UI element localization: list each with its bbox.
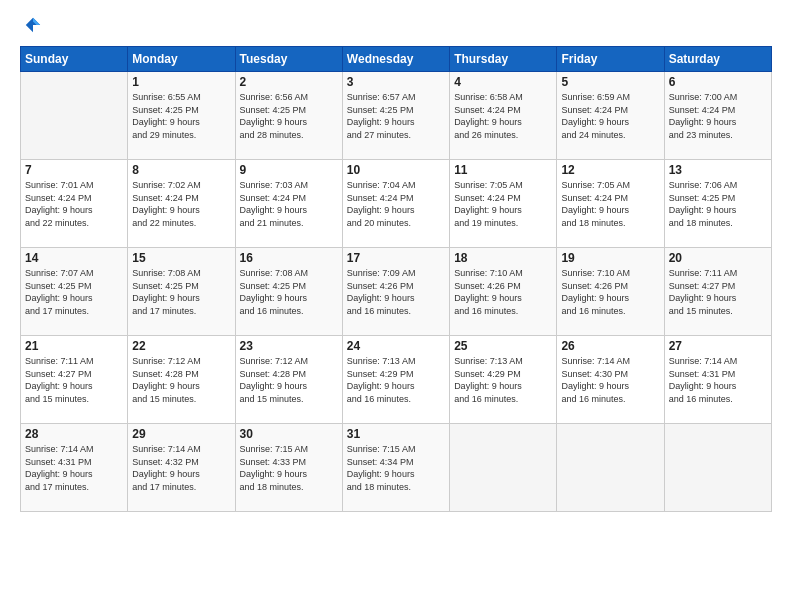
- cell-content: Sunrise: 6:59 AM Sunset: 4:24 PM Dayligh…: [561, 91, 659, 141]
- cell-content: Sunrise: 6:55 AM Sunset: 4:25 PM Dayligh…: [132, 91, 230, 141]
- calendar-cell: 17Sunrise: 7:09 AM Sunset: 4:26 PM Dayli…: [342, 248, 449, 336]
- day-number: 26: [561, 339, 659, 353]
- cell-content: Sunrise: 7:02 AM Sunset: 4:24 PM Dayligh…: [132, 179, 230, 229]
- calendar-cell: 16Sunrise: 7:08 AM Sunset: 4:25 PM Dayli…: [235, 248, 342, 336]
- calendar-cell: 9Sunrise: 7:03 AM Sunset: 4:24 PM Daylig…: [235, 160, 342, 248]
- day-number: 11: [454, 163, 552, 177]
- days-header-row: SundayMondayTuesdayWednesdayThursdayFrid…: [21, 47, 772, 72]
- calendar-cell: 11Sunrise: 7:05 AM Sunset: 4:24 PM Dayli…: [450, 160, 557, 248]
- calendar-cell: 7Sunrise: 7:01 AM Sunset: 4:24 PM Daylig…: [21, 160, 128, 248]
- logo: [20, 16, 42, 34]
- cell-content: Sunrise: 7:08 AM Sunset: 4:25 PM Dayligh…: [240, 267, 338, 317]
- day-number: 3: [347, 75, 445, 89]
- cell-content: Sunrise: 7:10 AM Sunset: 4:26 PM Dayligh…: [561, 267, 659, 317]
- cell-content: Sunrise: 7:15 AM Sunset: 4:34 PM Dayligh…: [347, 443, 445, 493]
- day-number: 24: [347, 339, 445, 353]
- calendar-cell: 8Sunrise: 7:02 AM Sunset: 4:24 PM Daylig…: [128, 160, 235, 248]
- day-header-monday: Monday: [128, 47, 235, 72]
- day-number: 16: [240, 251, 338, 265]
- cell-content: Sunrise: 7:08 AM Sunset: 4:25 PM Dayligh…: [132, 267, 230, 317]
- calendar-cell: 24Sunrise: 7:13 AM Sunset: 4:29 PM Dayli…: [342, 336, 449, 424]
- cell-content: Sunrise: 7:14 AM Sunset: 4:32 PM Dayligh…: [132, 443, 230, 493]
- calendar-cell: [557, 424, 664, 512]
- day-number: 7: [25, 163, 123, 177]
- day-number: 27: [669, 339, 767, 353]
- day-number: 20: [669, 251, 767, 265]
- calendar-cell: [21, 72, 128, 160]
- day-header-thursday: Thursday: [450, 47, 557, 72]
- cell-content: Sunrise: 6:57 AM Sunset: 4:25 PM Dayligh…: [347, 91, 445, 141]
- day-number: 25: [454, 339, 552, 353]
- calendar-cell: [450, 424, 557, 512]
- calendar-cell: [664, 424, 771, 512]
- calendar-cell: 27Sunrise: 7:14 AM Sunset: 4:31 PM Dayli…: [664, 336, 771, 424]
- calendar-cell: 28Sunrise: 7:14 AM Sunset: 4:31 PM Dayli…: [21, 424, 128, 512]
- calendar-cell: 26Sunrise: 7:14 AM Sunset: 4:30 PM Dayli…: [557, 336, 664, 424]
- day-number: 5: [561, 75, 659, 89]
- calendar-cell: 14Sunrise: 7:07 AM Sunset: 4:25 PM Dayli…: [21, 248, 128, 336]
- cell-content: Sunrise: 7:14 AM Sunset: 4:31 PM Dayligh…: [25, 443, 123, 493]
- day-number: 19: [561, 251, 659, 265]
- calendar-cell: 31Sunrise: 7:15 AM Sunset: 4:34 PM Dayli…: [342, 424, 449, 512]
- day-number: 2: [240, 75, 338, 89]
- calendar-week-row: 1Sunrise: 6:55 AM Sunset: 4:25 PM Daylig…: [21, 72, 772, 160]
- day-number: 30: [240, 427, 338, 441]
- cell-content: Sunrise: 7:03 AM Sunset: 4:24 PM Dayligh…: [240, 179, 338, 229]
- cell-content: Sunrise: 7:14 AM Sunset: 4:30 PM Dayligh…: [561, 355, 659, 405]
- cell-content: Sunrise: 7:11 AM Sunset: 4:27 PM Dayligh…: [25, 355, 123, 405]
- calendar-table: SundayMondayTuesdayWednesdayThursdayFrid…: [20, 46, 772, 512]
- cell-content: Sunrise: 7:05 AM Sunset: 4:24 PM Dayligh…: [561, 179, 659, 229]
- cell-content: Sunrise: 6:58 AM Sunset: 4:24 PM Dayligh…: [454, 91, 552, 141]
- calendar-cell: 18Sunrise: 7:10 AM Sunset: 4:26 PM Dayli…: [450, 248, 557, 336]
- calendar-cell: 12Sunrise: 7:05 AM Sunset: 4:24 PM Dayli…: [557, 160, 664, 248]
- calendar-cell: 22Sunrise: 7:12 AM Sunset: 4:28 PM Dayli…: [128, 336, 235, 424]
- day-number: 29: [132, 427, 230, 441]
- day-number: 4: [454, 75, 552, 89]
- day-number: 14: [25, 251, 123, 265]
- cell-content: Sunrise: 7:00 AM Sunset: 4:24 PM Dayligh…: [669, 91, 767, 141]
- calendar-cell: 21Sunrise: 7:11 AM Sunset: 4:27 PM Dayli…: [21, 336, 128, 424]
- calendar-cell: 6Sunrise: 7:00 AM Sunset: 4:24 PM Daylig…: [664, 72, 771, 160]
- calendar-cell: 10Sunrise: 7:04 AM Sunset: 4:24 PM Dayli…: [342, 160, 449, 248]
- calendar-cell: 29Sunrise: 7:14 AM Sunset: 4:32 PM Dayli…: [128, 424, 235, 512]
- cell-content: Sunrise: 7:12 AM Sunset: 4:28 PM Dayligh…: [132, 355, 230, 405]
- day-number: 22: [132, 339, 230, 353]
- cell-content: Sunrise: 7:14 AM Sunset: 4:31 PM Dayligh…: [669, 355, 767, 405]
- calendar-cell: 1Sunrise: 6:55 AM Sunset: 4:25 PM Daylig…: [128, 72, 235, 160]
- day-header-sunday: Sunday: [21, 47, 128, 72]
- day-header-friday: Friday: [557, 47, 664, 72]
- calendar-week-row: 7Sunrise: 7:01 AM Sunset: 4:24 PM Daylig…: [21, 160, 772, 248]
- calendar-cell: 30Sunrise: 7:15 AM Sunset: 4:33 PM Dayli…: [235, 424, 342, 512]
- calendar-cell: 23Sunrise: 7:12 AM Sunset: 4:28 PM Dayli…: [235, 336, 342, 424]
- day-number: 1: [132, 75, 230, 89]
- calendar-cell: 2Sunrise: 6:56 AM Sunset: 4:25 PM Daylig…: [235, 72, 342, 160]
- cell-content: Sunrise: 7:06 AM Sunset: 4:25 PM Dayligh…: [669, 179, 767, 229]
- cell-content: Sunrise: 6:56 AM Sunset: 4:25 PM Dayligh…: [240, 91, 338, 141]
- cell-content: Sunrise: 7:10 AM Sunset: 4:26 PM Dayligh…: [454, 267, 552, 317]
- calendar-cell: 13Sunrise: 7:06 AM Sunset: 4:25 PM Dayli…: [664, 160, 771, 248]
- cell-content: Sunrise: 7:01 AM Sunset: 4:24 PM Dayligh…: [25, 179, 123, 229]
- cell-content: Sunrise: 7:13 AM Sunset: 4:29 PM Dayligh…: [454, 355, 552, 405]
- day-number: 15: [132, 251, 230, 265]
- day-header-saturday: Saturday: [664, 47, 771, 72]
- day-number: 28: [25, 427, 123, 441]
- logo-icon: [24, 16, 42, 34]
- cell-content: Sunrise: 7:12 AM Sunset: 4:28 PM Dayligh…: [240, 355, 338, 405]
- cell-content: Sunrise: 7:05 AM Sunset: 4:24 PM Dayligh…: [454, 179, 552, 229]
- day-number: 10: [347, 163, 445, 177]
- calendar-cell: 15Sunrise: 7:08 AM Sunset: 4:25 PM Dayli…: [128, 248, 235, 336]
- calendar-week-row: 14Sunrise: 7:07 AM Sunset: 4:25 PM Dayli…: [21, 248, 772, 336]
- day-header-wednesday: Wednesday: [342, 47, 449, 72]
- calendar-week-row: 28Sunrise: 7:14 AM Sunset: 4:31 PM Dayli…: [21, 424, 772, 512]
- day-header-tuesday: Tuesday: [235, 47, 342, 72]
- calendar-cell: 25Sunrise: 7:13 AM Sunset: 4:29 PM Dayli…: [450, 336, 557, 424]
- day-number: 18: [454, 251, 552, 265]
- cell-content: Sunrise: 7:15 AM Sunset: 4:33 PM Dayligh…: [240, 443, 338, 493]
- calendar-cell: 20Sunrise: 7:11 AM Sunset: 4:27 PM Dayli…: [664, 248, 771, 336]
- day-number: 12: [561, 163, 659, 177]
- cell-content: Sunrise: 7:11 AM Sunset: 4:27 PM Dayligh…: [669, 267, 767, 317]
- day-number: 8: [132, 163, 230, 177]
- cell-content: Sunrise: 7:13 AM Sunset: 4:29 PM Dayligh…: [347, 355, 445, 405]
- calendar-week-row: 21Sunrise: 7:11 AM Sunset: 4:27 PM Dayli…: [21, 336, 772, 424]
- day-number: 21: [25, 339, 123, 353]
